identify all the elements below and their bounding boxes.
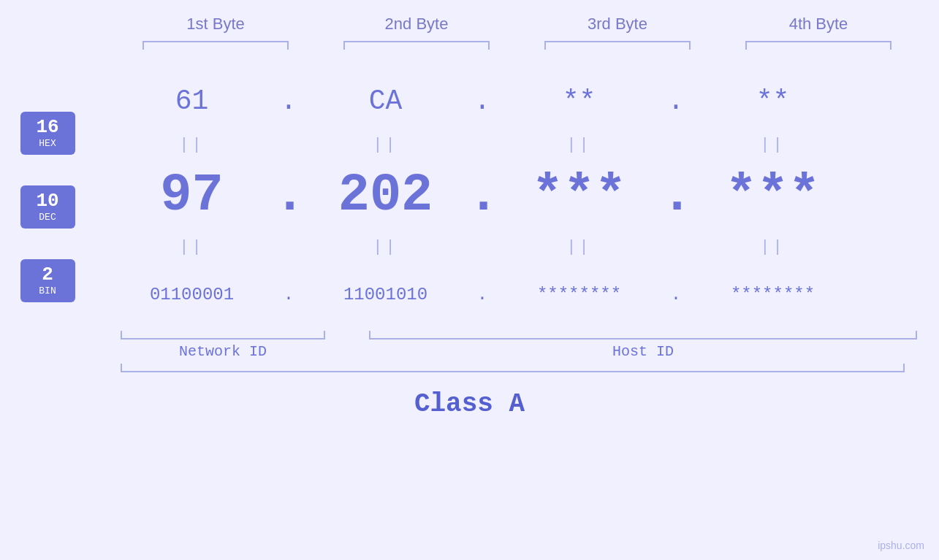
hex-byte-3: ** bbox=[497, 85, 661, 117]
bottom-section: Network ID Host ID bbox=[0, 331, 939, 360]
bin-byte-2: 11001010 bbox=[303, 285, 468, 304]
bin-dot-3: . bbox=[661, 285, 691, 304]
ip-rows: 61 . CA . ** . ** || || || || 97 bbox=[95, 64, 939, 327]
top-brackets bbox=[115, 41, 919, 50]
hex-badge-label: HEX bbox=[24, 138, 72, 149]
dec-badge: 10 DEC bbox=[20, 185, 75, 229]
bin-badge: 2 BIN bbox=[20, 259, 75, 302]
dec-byte-1: 97 bbox=[110, 166, 274, 226]
eq-1-3: || bbox=[497, 136, 661, 154]
eq-1-4: || bbox=[691, 136, 855, 154]
dec-badge-num: 10 bbox=[24, 191, 72, 210]
host-id-label: Host ID bbox=[369, 343, 917, 360]
class-label: Class A bbox=[414, 389, 525, 419]
eq-2-3: || bbox=[497, 238, 661, 256]
hex-badge: 16 HEX bbox=[20, 112, 75, 155]
dec-dot-3: . bbox=[661, 166, 691, 226]
host-bracket bbox=[369, 331, 917, 340]
hex-dot-2: . bbox=[468, 85, 497, 117]
eq-2-2: || bbox=[303, 238, 468, 256]
dec-byte-2: 202 bbox=[303, 166, 468, 226]
class-section: Class A bbox=[0, 371, 939, 419]
eq-1-2: || bbox=[303, 136, 468, 154]
dec-byte-3: *** bbox=[497, 166, 661, 226]
hex-dot-3: . bbox=[661, 85, 691, 117]
network-id-label: Network ID bbox=[121, 343, 325, 360]
bin-dot-1: . bbox=[274, 285, 303, 304]
byte-header-4: 4th Byte bbox=[738, 15, 899, 34]
badges-column: 16 HEX 10 DEC 2 BIN bbox=[0, 64, 95, 327]
class-row: Class A bbox=[0, 389, 939, 419]
bin-byte-3: ******** bbox=[497, 285, 661, 304]
byte-headers: 1st Byte 2nd Byte 3rd Byte 4th Byte bbox=[115, 15, 919, 34]
dec-dot-2: . bbox=[468, 166, 497, 226]
bracket-3 bbox=[544, 41, 691, 50]
bin-badge-num: 2 bbox=[24, 265, 72, 284]
hex-dot-1: . bbox=[274, 85, 303, 117]
hex-byte-4: ** bbox=[691, 85, 855, 117]
eq-2-4: || bbox=[691, 238, 855, 256]
id-labels: Network ID Host ID bbox=[121, 343, 924, 360]
watermark: ipshu.com bbox=[878, 540, 924, 551]
hex-byte-2: CA bbox=[303, 85, 468, 117]
eq-2-1: || bbox=[110, 238, 274, 256]
hex-badge-num: 16 bbox=[24, 118, 72, 137]
equals-row-1: || || || || bbox=[95, 130, 939, 159]
dec-badge-label: DEC bbox=[24, 212, 72, 223]
equals-row-2: || || || || bbox=[95, 232, 939, 261]
bracket-4 bbox=[745, 41, 892, 50]
content-area: 16 HEX 10 DEC 2 BIN 61 . CA bbox=[0, 64, 939, 327]
hex-row: 61 . CA . ** . ** bbox=[95, 72, 939, 130]
hex-byte-1: 61 bbox=[110, 85, 274, 117]
bin-byte-4: ******** bbox=[691, 285, 855, 304]
class-bracket bbox=[121, 364, 905, 372]
bottom-brackets bbox=[121, 331, 924, 340]
main-container: 1st Byte 2nd Byte 3rd Byte 4th Byte 16 H… bbox=[0, 0, 939, 560]
byte-header-3: 3rd Byte bbox=[537, 15, 698, 34]
byte-header-1: 1st Byte bbox=[135, 15, 296, 34]
network-bracket bbox=[121, 331, 325, 340]
dec-row: 97 . 202 . *** . *** bbox=[95, 159, 939, 232]
bin-row: 01100001 . 11001010 . ******** . *******… bbox=[95, 261, 939, 327]
dec-byte-4: *** bbox=[691, 166, 855, 226]
bin-byte-1: 01100001 bbox=[110, 285, 274, 304]
eq-1-1: || bbox=[110, 136, 274, 154]
bin-dot-2: . bbox=[468, 285, 497, 304]
byte-header-2: 2nd Byte bbox=[336, 15, 497, 34]
bracket-1 bbox=[142, 41, 289, 50]
bracket-2 bbox=[343, 41, 490, 50]
dec-dot-1: . bbox=[274, 166, 303, 226]
bin-badge-label: BIN bbox=[24, 285, 72, 296]
